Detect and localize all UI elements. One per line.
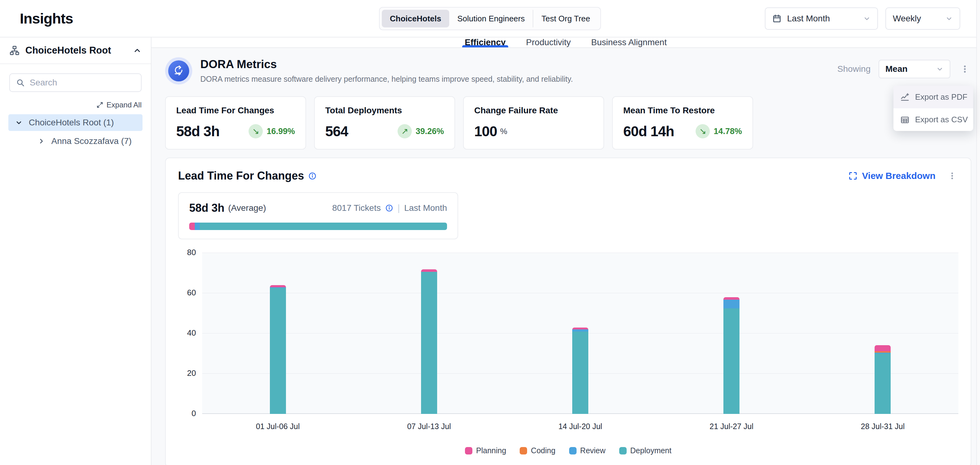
metric-card-unit: % (500, 126, 508, 136)
showing-label: Showing (837, 64, 870, 74)
export-csv-label: Export as CSV (915, 115, 968, 125)
chart-plot-area: 020406080 (202, 253, 958, 414)
top-bar: Insights ChoiceHotelsSolution EngineersT… (0, 0, 980, 37)
gridline-60 (202, 293, 958, 293)
lead-time-title: Lead Time For Changes (178, 169, 304, 182)
tab-business-alignment[interactable]: Business Alignment (591, 37, 667, 47)
expand-corners-icon (848, 171, 858, 181)
info-icon[interactable] (385, 204, 393, 212)
kebab-menu-icon[interactable] (958, 62, 971, 75)
metric-card: Lead Time For Changes58d 3h↘16.99% (165, 96, 306, 150)
bar-segment-review (724, 300, 740, 308)
main-tab-bar: EfficiencyProductivityBusiness Alignment (151, 37, 980, 48)
chevron-up-icon[interactable] (133, 46, 142, 55)
calendar-icon (772, 14, 781, 23)
lead-time-chart: 020406080 01 Jul-06 Jul07 Jul-13 Jul14 J… (178, 253, 958, 433)
tab-productivity[interactable]: Productivity (526, 37, 571, 47)
kebab-menu-icon[interactable] (946, 169, 958, 182)
info-icon[interactable] (308, 172, 317, 180)
org-tab-test-org-tree[interactable]: Test Org Tree (533, 10, 598, 27)
bar-segment-deployment (724, 308, 740, 414)
export-pdf-item[interactable]: Export as PDF (893, 86, 973, 109)
trend-percentage: 14.78% (714, 126, 742, 136)
dora-text: DORA Metrics DORA metrics measure softwa… (200, 57, 573, 83)
bar-segment-deployment (875, 353, 891, 414)
trend-percentage: 16.99% (266, 126, 295, 136)
search-icon (16, 78, 25, 87)
trend-down-arrow-icon: ↘ (248, 124, 263, 138)
granularity-dropdown[interactable]: Weekly (885, 8, 960, 30)
bar-segment-planning (421, 269, 437, 272)
bar-segment-deployment (421, 272, 437, 414)
bar-segment-deployment (572, 332, 588, 414)
chevron-right-icon[interactable] (38, 137, 45, 145)
chevron-down-icon[interactable] (15, 119, 22, 126)
legend-swatch-coding (520, 447, 527, 454)
progress-segment-deployment (200, 222, 447, 230)
metric-card: Total Deployments564↗39.26% (314, 96, 455, 150)
y-axis-label: 0 (178, 409, 196, 418)
tree-row[interactable]: ChoiceHotels Root (1) (8, 114, 143, 131)
date-range-dropdown[interactable]: Last Month (765, 8, 878, 30)
lead-time-summary-card: 58d 3h (Average) 8017 Tickets | Last Mon… (178, 192, 458, 239)
export-csv-item[interactable]: Export as CSV (893, 109, 973, 131)
trend-down-arrow-icon: ↘ (695, 124, 710, 138)
bar-28-Jul-31-Jul (875, 345, 891, 414)
legend-label: Review (580, 446, 606, 455)
metric-card-value: 564 (325, 123, 348, 140)
main-area: EfficiencyProductivityBusiness Alignment (151, 37, 980, 465)
trend-up-arrow-icon: ↗ (398, 124, 412, 138)
metric-card: Mean Time To Restore60d 14h↘14.78% (612, 96, 753, 150)
sprint-cycle-icon (168, 61, 189, 81)
tree-node-label: Anna Scozzafava (7) (51, 136, 132, 146)
chevron-down-icon (945, 15, 953, 22)
dora-subtitle: DORA metrics measure software delivery p… (200, 75, 573, 83)
lead-time-header: Lead Time For Changes View Breakdown (178, 169, 958, 182)
gridline-80 (202, 252, 958, 253)
metric-card-label: Lead Time For Changes (176, 105, 295, 115)
x-axis-label: 07 Jul-13 Jul (407, 422, 451, 431)
table-icon (900, 115, 910, 125)
org-tab-choicehotels[interactable]: ChoiceHotels (382, 10, 449, 27)
trend-badge: ↘14.78% (695, 124, 742, 138)
x-axis-label: 28 Jul-31 Jul (861, 422, 905, 431)
divider: | (398, 203, 400, 213)
lead-time-card: Lead Time For Changes View Breakdown (165, 158, 971, 465)
org-tab-solution-engineers[interactable]: Solution Engineers (449, 10, 533, 27)
window-scrollbar[interactable] (976, 0, 980, 465)
aggregation-dropdown[interactable]: Mean (878, 60, 950, 78)
trend-badge: ↘16.99% (248, 124, 295, 138)
tab-efficiency[interactable]: Efficiency (465, 37, 506, 47)
legend-swatch-planning (465, 447, 473, 454)
progress-segment-planning (189, 222, 195, 230)
tree-node-label: ChoiceHotels Root (1) (29, 118, 114, 128)
bar-01-Jul-06-Jul (270, 285, 286, 414)
legend-label: Coding (531, 446, 555, 455)
legend-item-review: Review (569, 446, 606, 455)
expand-all-button[interactable]: Expand All (9, 101, 142, 109)
y-axis-label: 20 (178, 368, 196, 378)
y-axis-label: 60 (178, 288, 196, 297)
metric-card-label: Mean Time To Restore (623, 105, 742, 115)
summary-qualifier: (Average) (228, 203, 266, 213)
app-title: Insights (20, 10, 73, 27)
tickets-count: 8017 Tickets (332, 203, 380, 213)
view-breakdown-button[interactable]: View Breakdown (848, 171, 935, 181)
sidebar-header[interactable]: ChoiceHotels Root (0, 37, 151, 64)
content-area: DORA Metrics DORA metrics measure softwa… (151, 48, 980, 465)
expand-arrows-icon (96, 101, 103, 109)
bar-segment-planning (270, 285, 286, 287)
metric-card: Change Failure Rate100% (463, 96, 604, 150)
bar-07-Jul-13-Jul (421, 269, 437, 414)
x-axis-label: 14 Jul-20 Jul (558, 422, 602, 431)
legend-item-deployment: Deployment (619, 446, 671, 455)
legend-label: Planning (476, 446, 506, 455)
metric-card-value: 58d 3h (176, 123, 220, 140)
trend-badge: ↗39.26% (398, 124, 444, 138)
tree-row[interactable]: Anna Scozzafava (7) (31, 133, 143, 150)
sidebar-search[interactable] (9, 74, 142, 92)
y-axis-label: 80 (178, 248, 196, 257)
search-input[interactable] (30, 78, 135, 88)
chevron-down-icon (863, 15, 870, 22)
trend-percentage: 39.26% (415, 126, 444, 136)
